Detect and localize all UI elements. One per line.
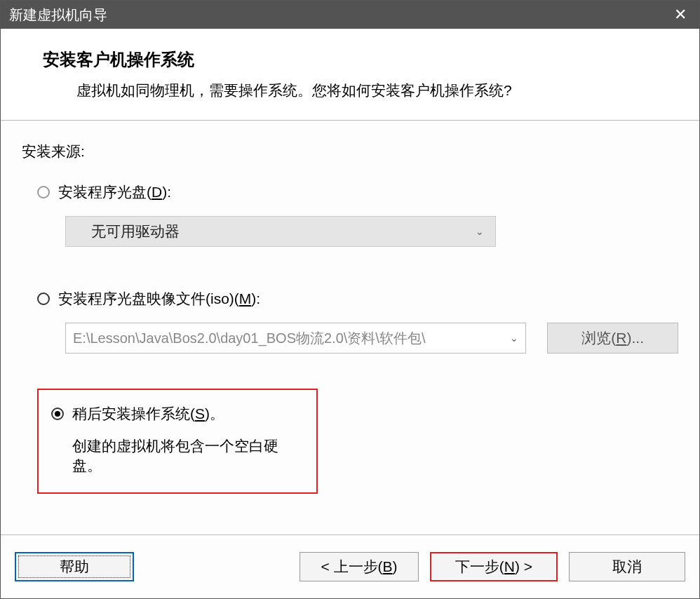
radio-iso-image[interactable]: 安装程序光盘映像文件(iso)(M): [37, 289, 678, 309]
wizard-window: 新建虚拟机向导 ✕ 安装客户机操作系统 虚拟机如同物理机，需要操作系统。您将如何… [0, 0, 700, 599]
radio-label-later: 稍后安装操作系统(S)。 [72, 404, 224, 424]
page-title: 安装客户机操作系统 [43, 48, 678, 71]
iso-row: E:\Lesson\Java\Bos2.0\day01_BOS物流2.0\资料\… [37, 323, 678, 354]
drive-select[interactable]: 无可用驱动器 ⌄ [65, 216, 496, 247]
nav-buttons: < 上一步(B) 下一步(N) > 取消 [299, 552, 685, 581]
cancel-button[interactable]: 取消 [569, 552, 685, 581]
close-icon: ✕ [674, 6, 687, 24]
next-button[interactable]: 下一步(N) > [430, 552, 558, 581]
radio-icon [37, 186, 50, 198]
radio-icon [51, 408, 64, 420]
back-button[interactable]: < 上一步(B) [299, 552, 419, 581]
chevron-down-icon: ⌄ [476, 226, 484, 237]
radio-installer-disc[interactable]: 安装程序光盘(D): [37, 182, 678, 202]
chevron-down-icon: ⌄ [510, 332, 518, 344]
close-button[interactable]: ✕ [661, 1, 699, 29]
radio-label-disc: 安装程序光盘(D): [58, 182, 171, 202]
option-group: 安装程序光盘(D): 无可用驱动器 ⌄ 安装程序光盘映像文件(iso)(M): … [37, 182, 678, 494]
radio-icon [37, 292, 50, 305]
radio-label-iso: 安装程序光盘映像文件(iso)(M): [58, 289, 260, 309]
wizard-footer: 帮助 < 上一步(B) 下一步(N) > 取消 [1, 534, 699, 598]
install-source-label: 安装来源: [22, 142, 678, 161]
iso-path-text: E:\Lesson\Java\Bos2.0\day01_BOS物流2.0\资料\… [73, 329, 425, 348]
wizard-content: 安装来源: 安装程序光盘(D): 无可用驱动器 ⌄ 安装程序光盘映像文件(iso… [1, 121, 699, 534]
selected-option-highlight: 稍后安装操作系统(S)。 创建的虚拟机将包含一个空白硬盘。 [37, 389, 318, 494]
window-title: 新建虚拟机向导 [9, 6, 107, 25]
browse-button[interactable]: 浏览(R)... [547, 323, 678, 354]
wizard-header: 安装客户机操作系统 虚拟机如同物理机，需要操作系统。您将如何安装客户机操作系统? [1, 29, 699, 121]
iso-path-input[interactable]: E:\Lesson\Java\Bos2.0\day01_BOS物流2.0\资料\… [65, 323, 526, 354]
radio-install-later[interactable]: 稍后安装操作系统(S)。 [51, 404, 304, 424]
drive-select-text: 无可用驱动器 [91, 222, 180, 241]
help-button[interactable]: 帮助 [15, 552, 134, 581]
page-description: 虚拟机如同物理机，需要操作系统。您将如何安装客户机操作系统? [76, 81, 678, 100]
install-later-desc: 创建的虚拟机将包含一个空白硬盘。 [72, 436, 304, 476]
titlebar: 新建虚拟机向导 ✕ [1, 1, 699, 29]
